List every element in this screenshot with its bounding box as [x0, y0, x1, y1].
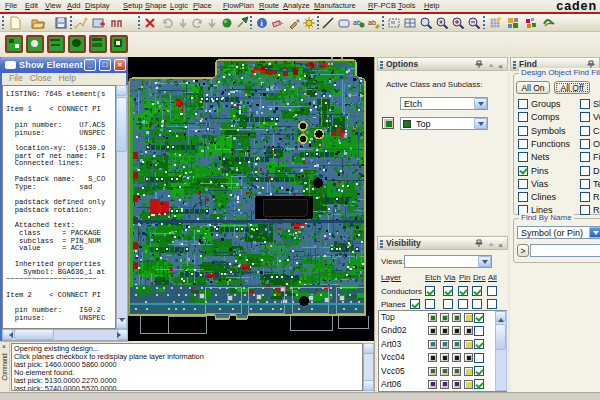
svg-text:ab: ab	[368, 19, 376, 26]
